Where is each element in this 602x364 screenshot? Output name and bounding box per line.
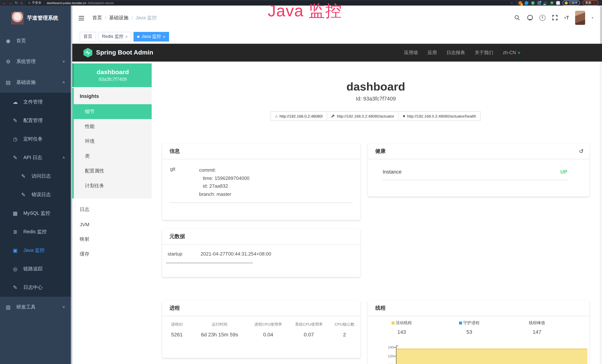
nav-journal[interactable]: 日志报表 — [446, 50, 465, 56]
menu-item-mappings[interactable]: 映射 — [72, 232, 152, 247]
yellow-legend-swatch — [391, 321, 394, 324]
legend-item-daemon: 守护进程 53 — [436, 320, 503, 335]
forward-icon[interactable]: → — [9, 1, 12, 5]
security-label[interactable]: 不安全 — [32, 0, 41, 5]
menu-item-logs[interactable]: 日志 — [72, 202, 152, 217]
sidebar-item-label: 首页 — [16, 37, 26, 44]
sidebar-scrollbar[interactable] — [71, 6, 72, 364]
sidebar-item-home[interactable]: ◉ 首页 — [0, 30, 72, 51]
menu-item-classes[interactable]: 类 — [74, 149, 152, 163]
breadcrumb-infrastructure[interactable]: 基础设施 — [109, 14, 129, 21]
sidebar-item-files[interactable]: ☁ 文件管理 — [0, 93, 72, 111]
back-icon[interactable]: ← — [2, 1, 6, 5]
grid-extension-icon[interactable] — [537, 1, 541, 5]
instance-id: 93a3fc7f7409 — [99, 77, 127, 82]
language-selector[interactable]: zh-CN ˅ — [503, 50, 520, 55]
menu-item-metrics[interactable]: 性能 — [74, 119, 152, 134]
menu-item-details[interactable]: 细节 — [72, 104, 152, 119]
hamburger-icon[interactable] — [79, 16, 84, 20]
sidebar-item-redis[interactable]: ≣ Redis 监控 — [0, 223, 72, 241]
process-col-header: 进程ID — [162, 322, 192, 327]
paused-badge[interactable]: 已暂停 — [562, 0, 580, 5]
divider: | — [43, 1, 44, 5]
legend-value: 53 — [466, 329, 472, 335]
menu-item-config-props[interactable]: 配置属性 — [74, 163, 152, 178]
user-avatar[interactable] — [575, 11, 585, 25]
tab-java-monitor[interactable]: Java 监控 × — [134, 32, 169, 41]
instance-header[interactable]: dashboard 93a3fc7f7409 — [72, 64, 152, 87]
info-card: 信息 git commit: time: 1596289704000 id: 2… — [162, 143, 360, 220]
sidebar-item-error-log[interactable]: ✎ 错误日志 — [0, 185, 72, 204]
help-icon[interactable]: ? — [539, 15, 545, 21]
sidebar-item-devtools[interactable]: ▥ 研发工具 ˅ — [0, 297, 72, 317]
sidebar-item-label: 基础设施 — [16, 79, 36, 86]
person-extension-icon[interactable] — [550, 1, 554, 5]
sba-brand[interactable]: Spring Boot Admin — [83, 48, 153, 57]
bookmark-star-icon[interactable]: ☆ — [510, 1, 513, 5]
health-url-link[interactable]: ♥ http://192.168.0.2:48080/actuator/heal… — [398, 111, 481, 121]
emoji-face-icon — [565, 1, 568, 4]
sidebar-item-log-center[interactable]: ✎ 日志中心 — [0, 278, 72, 297]
sidebar-item-api-logs[interactable]: ✎ API 日志 ˄ — [0, 148, 72, 167]
switch-extension-icon[interactable]: on — [544, 1, 547, 5]
puzzle-extension-icon[interactable] — [556, 1, 560, 5]
service-url-link[interactable]: ⌂ http://192.168.0.2:48080/ — [271, 111, 327, 121]
sidebar-item-system[interactable]: ⚙ 系统管理 ˅ — [0, 51, 72, 72]
github-icon[interactable] — [527, 14, 533, 21]
sba-navbar: Spring Boot Admin 应用墙 应用 日志报表 关于我们 zh-CN… — [72, 44, 602, 62]
database-icon: ▦ — [12, 210, 18, 216]
sidebar-item-config[interactable]: ✎ 配置管理 — [0, 111, 72, 130]
reload-icon[interactable]: ↻ — [15, 1, 18, 5]
tab-label: Java 监控 — [141, 33, 161, 40]
nav-about[interactable]: 关于我们 — [475, 50, 493, 56]
sba-menu-others: 日志 JVM 映射 缓存 — [72, 202, 152, 261]
sidebar-item-mysql[interactable]: ▦ MySQL 监控 — [0, 204, 72, 223]
app-logo[interactable]: 芋道管理系统 — [0, 6, 72, 30]
extension-icon[interactable]: 1 — [518, 1, 522, 5]
horizontal-scrollbar[interactable] — [166, 262, 253, 264]
menu-item-scheduled-tasks[interactable]: 计划任务 — [74, 178, 152, 193]
tab-redis-monitor[interactable]: Redis 监控 × — [98, 32, 131, 41]
y-axis-tick: 140 — [388, 345, 394, 349]
sidebar-item-tracing[interactable]: ◎ 链路追踪 — [0, 260, 72, 278]
chrome-update-button[interactable]: 更新 ⋮ — [582, 0, 599, 5]
history-icon[interactable]: ↺ — [579, 148, 584, 154]
sidebar-item-access-log[interactable]: ✎ 访问日志 — [0, 167, 72, 185]
process-col-header: CPU核心数 — [329, 322, 360, 327]
log-icon: ✎ — [12, 155, 18, 161]
y-extension-icon[interactable]: y — [531, 1, 535, 5]
card-title: 进程 — [170, 305, 180, 311]
avatar-caret-icon[interactable]: ▾ — [592, 16, 593, 20]
url-path: /infra/admin-server — [88, 1, 114, 5]
metadata-row-label: startup — [168, 251, 187, 257]
browser-menu-dots-icon[interactable]: ⋮ — [593, 1, 596, 4]
process-pid-value: 5261 — [162, 332, 192, 337]
nav-applications-wall[interactable]: 应用墙 — [404, 50, 418, 56]
close-icon[interactable]: × — [163, 34, 165, 39]
browser-home-icon[interactable]: ⌂ — [21, 1, 23, 5]
font-size-icon[interactable]: TT — [564, 15, 569, 20]
menu-item-caches[interactable]: 缓存 — [72, 247, 152, 261]
health-instance-row[interactable]: Instance UP — [368, 160, 590, 175]
git-id-line: id: 27aa832 — [199, 182, 249, 190]
menu-item-environment[interactable]: 环境 — [74, 134, 152, 149]
sidebar-item-java-monitor[interactable]: ▣ Java 监控 — [0, 241, 72, 260]
tab-home[interactable]: 首页 — [80, 32, 96, 41]
sidebar-item-scheduled-jobs[interactable]: ◷ 定时任务 — [0, 130, 72, 148]
fullscreen-icon[interactable] — [552, 14, 558, 21]
sidebar-item-infrastructure[interactable]: ▤ 基础设施 ˄ — [0, 72, 72, 93]
app-sidebar: 芋道管理系统 ◉ 首页 ⚙ 系统管理 ˅ ▤ 基础设施 ˄ ☁ 文件管理 ✎ 配… — [0, 6, 72, 364]
chevron-up-icon: ˄ — [63, 155, 65, 160]
menu-item-jvm[interactable]: JVM — [72, 217, 152, 232]
nav-applications[interactable]: 应用 — [428, 50, 437, 56]
process-col-header: 运行时间 — [192, 322, 247, 327]
legend-label: 活动线程 — [396, 320, 412, 326]
pin-extension-icon[interactable] — [525, 1, 528, 5]
actuator-url-link[interactable]: http://192.168.0.2:48080/actuator — [327, 111, 399, 121]
search-icon[interactable] — [514, 14, 520, 21]
process-card-header: 进程 — [162, 300, 360, 316]
breadcrumb-home[interactable]: 首页 — [92, 14, 102, 21]
sidebar-item-label: MySQL 监控 — [23, 210, 50, 217]
status-badge: UP — [560, 169, 567, 175]
close-icon[interactable]: × — [125, 34, 128, 39]
